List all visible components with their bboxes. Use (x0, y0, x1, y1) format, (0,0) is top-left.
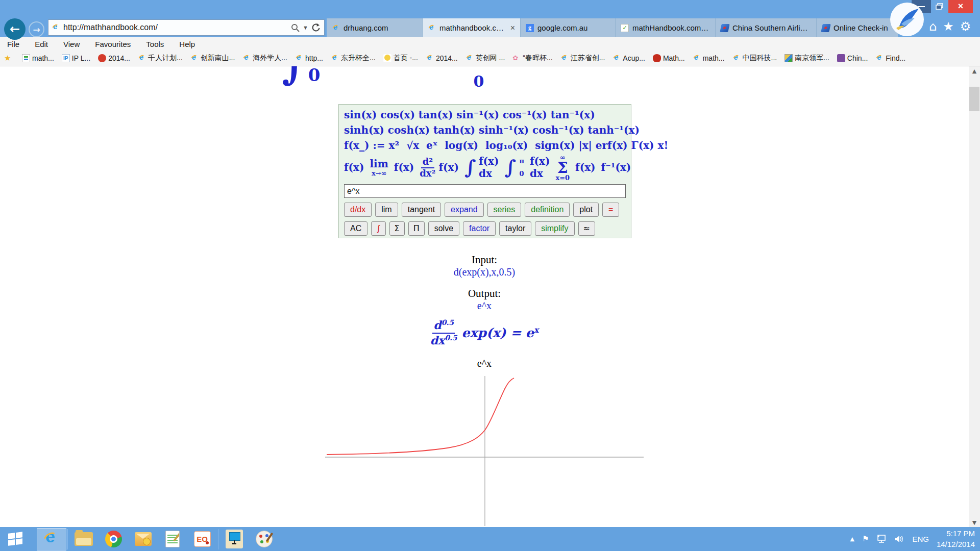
favorites-item[interactable]: 海外学人... (242, 54, 287, 63)
ac-button[interactable]: AC (344, 221, 368, 236)
forward-button[interactable]: → (29, 21, 44, 37)
search-dropdown-icon[interactable]: ▼ (303, 24, 308, 31)
restore-button[interactable] (931, 0, 948, 13)
equals-button[interactable]: = (602, 203, 619, 217)
solve-button[interactable]: solve (428, 221, 459, 236)
product-button[interactable]: Π (408, 221, 425, 236)
taskbar-simulator[interactable] (219, 528, 249, 550)
definition-button[interactable]: definition (525, 203, 570, 217)
url-text[interactable]: http://mathhandbook.com/ (63, 23, 287, 32)
trig-functions-row[interactable]: sin(x) cos(x) tan(x) sin⁻¹(x) cos⁻¹(x) t… (344, 107, 626, 122)
favorites-item[interactable]: Find... (875, 54, 905, 62)
tangent-button[interactable]: tangent (402, 203, 441, 217)
photo-favicon (785, 54, 793, 62)
input-expression[interactable]: d(exp(x),x,0.5) (0, 266, 969, 278)
favorites-item[interactable]: ★ (4, 54, 14, 62)
back-button[interactable]: ← (4, 18, 26, 40)
settings-gear-icon[interactable]: ⚙ (960, 20, 971, 33)
ie-icon (43, 531, 60, 548)
favorites-item[interactable]: 2014... (426, 54, 458, 62)
favorites-item[interactable]: 东升杯全... (331, 54, 376, 63)
tab-china-southern[interactable]: China Southern Airline... (716, 18, 817, 37)
favorites-item[interactable]: 江苏省创... (560, 54, 605, 63)
favorites-item[interactable]: 创新南山... (190, 54, 235, 63)
expand-button[interactable]: expand (445, 203, 484, 217)
volume-icon[interactable] (894, 535, 904, 543)
taskbar-file-explorer[interactable] (69, 528, 99, 550)
vertical-scrollbar[interactable]: ▲ ▼ (969, 66, 980, 527)
scroll-down-icon[interactable]: ▼ (969, 518, 980, 527)
taskbar-notepad[interactable] (158, 528, 187, 550)
tab-mathhandbook-active[interactable]: mathhandbook.com × (423, 18, 521, 37)
address-bar[interactable]: http://mathhandbook.com/ ▼ (48, 19, 325, 36)
outlook-icon (135, 532, 152, 546)
integrate-button[interactable]: ∫ (371, 221, 385, 236)
tab-online-checkin[interactable]: Online Check-in (817, 18, 898, 37)
favorites-item[interactable]: 英创网 ... (465, 54, 505, 63)
favorites-star-icon[interactable]: ★ (943, 20, 954, 33)
taskbar-paint[interactable] (249, 528, 279, 550)
taskbar-separator (67, 529, 68, 549)
inverse-function[interactable]: f⁻¹(x) (601, 161, 631, 173)
calculus-operations-row[interactable]: f(x) lim x→∞ f(x) d² dx² f(x) ∫ f(x) dx … (344, 153, 626, 182)
favorites-item[interactable]: math... (22, 54, 54, 62)
lim-button[interactable]: lim (375, 203, 398, 217)
refresh-icon[interactable] (311, 23, 321, 32)
menu-view[interactable]: View (63, 40, 80, 48)
summation-operator[interactable]: ∞ Σ x=0 (555, 154, 570, 181)
ddx-button[interactable]: d/dx (344, 203, 372, 217)
clock[interactable]: 5:17 PM 14/12/2014 (937, 529, 975, 549)
limit-operator[interactable]: lim x→∞ (370, 159, 388, 177)
menu-edit[interactable]: Edit (35, 40, 48, 48)
taskbar-chrome[interactable] (99, 528, 128, 550)
sum-button[interactable]: Σ (389, 221, 405, 236)
taylor-button[interactable]: taylor (499, 221, 531, 236)
tab-drhuang[interactable]: drhuang.com (327, 18, 423, 37)
favorites-item[interactable]: Acup... (612, 54, 645, 62)
home-icon[interactable]: ⌂ (929, 20, 937, 33)
integral-operator[interactable]: ∫ (464, 158, 476, 177)
tab-google[interactable]: g google.com.au (521, 18, 616, 37)
definite-integral-operator[interactable]: ∫ (504, 158, 516, 177)
start-button[interactable] (7, 532, 23, 546)
ie-favicon (138, 54, 146, 62)
hyperbolic-functions-row[interactable]: sinh(x) cosh(x) tanh(x) sinh⁻¹(x) cosh⁻¹… (344, 122, 626, 138)
scroll-up-icon[interactable]: ▲ (969, 66, 980, 76)
search-icon[interactable] (291, 23, 300, 32)
tab-mathhandbook-doc[interactable]: ✓ mathHandbook.com -... (616, 18, 716, 37)
action-center-flag-icon[interactable]: ⚑ (862, 535, 869, 543)
tab-close-icon[interactable]: × (510, 23, 515, 33)
favorites-item[interactable]: Math... (653, 54, 685, 62)
plot-button[interactable]: plot (573, 203, 599, 217)
menu-help[interactable]: Help (179, 40, 195, 48)
close-button[interactable]: × (948, 0, 973, 13)
factor-button[interactable]: factor (463, 221, 496, 236)
menu-file[interactable]: File (7, 40, 19, 48)
favorites-item[interactable]: 首页 -... (383, 54, 418, 63)
favorites-item[interactable]: http... (295, 54, 323, 62)
favorites-item[interactable]: 2014... (98, 54, 130, 62)
series-button[interactable]: series (487, 203, 522, 217)
favorites-item[interactable]: math... (693, 54, 725, 62)
favorites-item[interactable]: IP IP L... (62, 54, 90, 62)
network-icon[interactable] (876, 535, 887, 543)
output-expression[interactable]: e^x (0, 300, 969, 312)
elementary-functions-row[interactable]: f(x_) := x² √x eˣ log(x) log₁₀(x) sign(x… (344, 138, 626, 153)
second-derivative-operator[interactable]: d² dx² (420, 157, 435, 179)
favorites-item[interactable]: 南京领军... (785, 54, 829, 63)
menu-favourites[interactable]: Favourites (95, 40, 131, 48)
favorites-item[interactable]: ✿ “春晖杯... (512, 54, 552, 63)
taskbar-internet-explorer[interactable] (37, 528, 66, 550)
scrollbar-thumb[interactable] (969, 87, 979, 111)
taskbar-presentation[interactable] (187, 528, 217, 550)
favorites-item[interactable]: Chin... (837, 54, 868, 62)
expression-input[interactable] (344, 184, 626, 198)
tray-expand-icon[interactable]: ▲ (850, 536, 854, 542)
simplify-button[interactable]: simplify (535, 221, 574, 236)
language-indicator[interactable]: ENG (912, 535, 929, 543)
favorites-item[interactable]: 中国科技... (732, 54, 777, 63)
menu-tools[interactable]: Tools (146, 40, 164, 48)
favorites-item[interactable]: 千人计划... (138, 54, 183, 63)
approx-button[interactable]: ≈ (578, 221, 595, 236)
taskbar-outlook[interactable] (128, 528, 158, 550)
